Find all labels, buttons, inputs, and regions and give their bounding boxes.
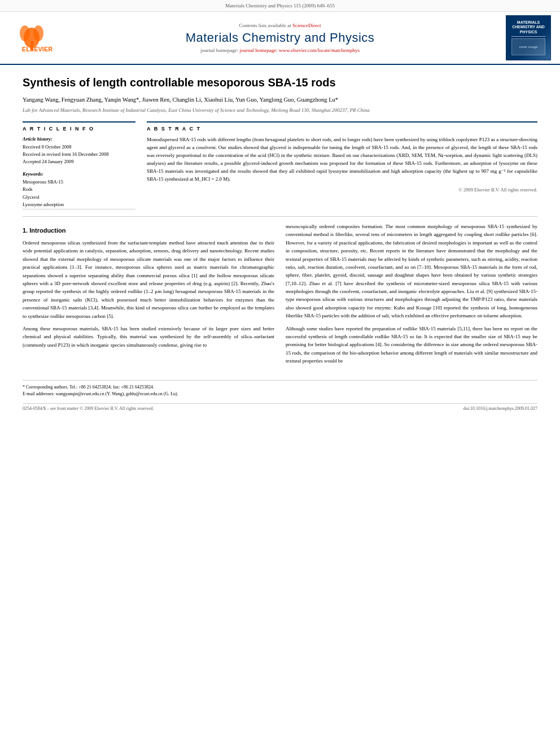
svg-point-3 bbox=[20, 25, 30, 41]
abstract-text: Monodispersed SBA-15 rods with different… bbox=[147, 136, 537, 184]
journal-citation-bar: Materials Chemistry and Physics 115 (200… bbox=[0, 0, 560, 12]
keywords-section: Keywords: Mesoporous SBA-15 Rods Glycero… bbox=[23, 171, 135, 209]
body-left-col: 1. Introduction Ordered mesoporous silic… bbox=[23, 222, 274, 370]
contents-available-line: Contents lists available at ScienceDirec… bbox=[71, 23, 489, 28]
history-label: Article history: bbox=[23, 136, 135, 142]
journal-url[interactable]: journal homepage: www.elsevier.com/locat… bbox=[240, 47, 360, 53]
abstract-heading: A B S T R A C T bbox=[147, 126, 537, 132]
issn-line: 0254-0584/$ – see front matter © 2009 El… bbox=[23, 406, 154, 411]
sciencedirect-link[interactable]: ScienceDirect bbox=[292, 23, 321, 28]
copyright-line: © 2009 Elsevier B.V. All rights reserved… bbox=[147, 187, 537, 193]
cover-title-line2: CHEMISTRY AND bbox=[512, 25, 545, 29]
affiliation-line: Lab for Advanced Materials, Research Ins… bbox=[23, 107, 537, 114]
keyword-4: Lysozyme adsorption bbox=[23, 201, 135, 209]
info-abstract-section: A R T I C L E I N F O Article history: R… bbox=[23, 121, 537, 209]
right-para1: mesoscopically ordered composites format… bbox=[286, 222, 537, 320]
keyword-1: Mesoporous SBA-15 bbox=[23, 178, 135, 186]
footnote-email: E-mail addresses: wangyanqin@ecust.edu.c… bbox=[23, 391, 537, 397]
svg-text:ELSEVIER: ELSEVIER bbox=[22, 46, 53, 53]
section-divider bbox=[23, 216, 537, 217]
history-revised: Received in revised form 16 December 200… bbox=[23, 151, 135, 158]
cover-title-line1: MATERIALS bbox=[517, 20, 540, 25]
journal-title: Materials Chemistry and Physics bbox=[71, 30, 489, 45]
article-content: Synthesis of length controllable mesopor… bbox=[0, 65, 560, 421]
footnote-section: * Corresponding authors. Tel.: +86 21 64… bbox=[23, 380, 537, 397]
article-info-heading: A R T I C L E I N F O bbox=[23, 126, 135, 132]
elsevier-logo-area: ELSEVIER bbox=[9, 20, 71, 56]
body-right-col: mesoscopically ordered composites format… bbox=[286, 222, 537, 370]
intro-para1: Ordered mesoporous silicas synthesized f… bbox=[23, 239, 274, 320]
journal-header-center: Contents lists available at ScienceDirec… bbox=[71, 23, 489, 53]
journal-cover-area: MATERIALS CHEMISTRY AND PHYSICS cover im… bbox=[489, 15, 551, 60]
journal-cover-thumbnail: MATERIALS CHEMISTRY AND PHYSICS cover im… bbox=[506, 15, 551, 60]
journal-homepage: journal homepage: journal homepage: www.… bbox=[71, 47, 489, 53]
article-title: Synthesis of length controllable mesopor… bbox=[23, 75, 537, 90]
keywords-label: Keywords: bbox=[23, 171, 135, 177]
article-info-box: A R T I C L E I N F O Article history: R… bbox=[23, 121, 135, 209]
history-received: Received 8 October 2008 bbox=[23, 143, 135, 151]
intro-para2: Among these mesoporous materials, SBA-15… bbox=[23, 325, 274, 349]
authors-line: Yangang Wang, Fengyuan Zhang, Yanqin Wan… bbox=[23, 95, 537, 104]
keywords-list: Mesoporous SBA-15 Rods Glycerol Lysozyme… bbox=[23, 178, 135, 209]
footer-bar: 0254-0584/$ – see front matter © 2009 El… bbox=[23, 403, 537, 411]
doi-line: doi:10.1016/j.matchemphys.2009.01.027 bbox=[463, 406, 537, 411]
journal-citation-text: Materials Chemistry and Physics 115 (200… bbox=[225, 3, 335, 8]
keyword-2: Rods bbox=[23, 186, 135, 194]
footnote-corresponding: * Corresponding authors. Tel.: +86 21 64… bbox=[23, 384, 537, 391]
intro-heading: 1. Introduction bbox=[23, 226, 274, 235]
history-accepted: Accepted 24 January 2009 bbox=[23, 158, 135, 165]
svg-point-4 bbox=[33, 25, 43, 41]
body-section: 1. Introduction Ordered mesoporous silic… bbox=[23, 222, 537, 370]
right-para2: Although some studies have reported the … bbox=[286, 325, 537, 365]
elsevier-logo-svg: ELSEVIER bbox=[9, 20, 65, 55]
journal-header: ELSEVIER Contents lists available at Sci… bbox=[0, 12, 560, 65]
cover-title-line3: PHYSICS bbox=[520, 30, 537, 34]
keyword-3: Glycerol bbox=[23, 194, 135, 202]
history-section: Article history: Received 8 October 2008… bbox=[23, 136, 135, 165]
abstract-box: A B S T R A C T Monodispersed SBA-15 rod… bbox=[147, 121, 537, 209]
